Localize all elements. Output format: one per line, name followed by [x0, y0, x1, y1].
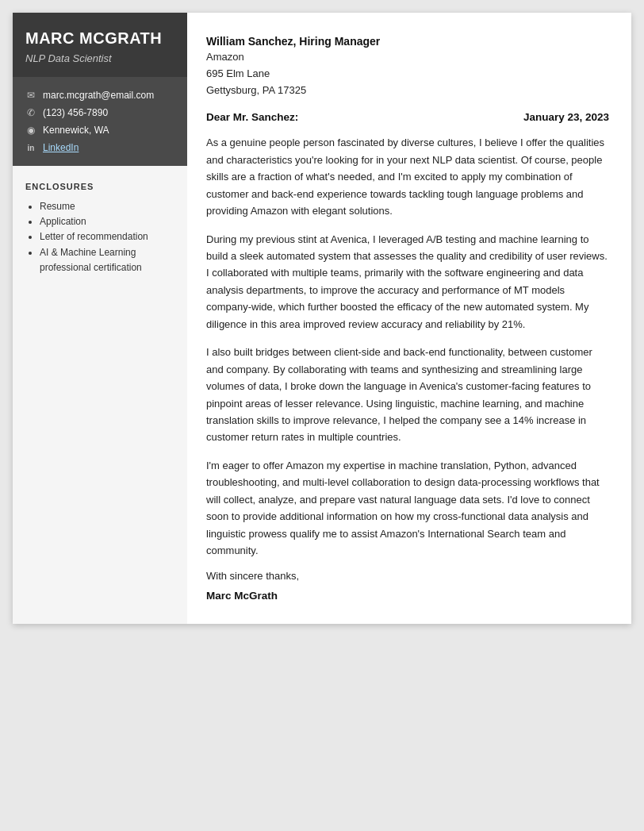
contact-email: ✉ marc.mcgrath@email.com	[25, 90, 174, 101]
candidate-title: NLP Data Scientist	[25, 52, 174, 64]
enclosure-item: AI & Machine Learning professional certi…	[40, 245, 174, 275]
sidebar-header: MARC MCGRATH NLP Data Scientist	[13, 13, 187, 77]
contact-linkedin: in LinkedIn	[25, 142, 174, 153]
recipient-company: Amazon	[206, 49, 609, 66]
linkedin-link[interactable]: LinkedIn	[43, 142, 79, 153]
location-icon: ◉	[25, 125, 36, 136]
body-paragraphs: As a genuine people person fascinated by…	[206, 134, 609, 559]
body-paragraph-4: I'm eager to offer Amazon my expertise i…	[206, 457, 609, 560]
enclosures-section: ENCLOSURES ResumeApplicationLetter of re…	[13, 166, 187, 624]
recipient-address2: Gettysburg, PA 17325	[206, 83, 609, 99]
enclosure-item: Letter of recommendation	[40, 229, 174, 244]
body-paragraph-1: As a genuine people person fascinated by…	[206, 134, 609, 219]
date-salutation-row: Dear Mr. Sanchez: January 23, 2023	[206, 111, 609, 123]
recipient-name: William Sanchez, Hiring Manager	[206, 35, 609, 48]
linkedin-icon: in	[25, 142, 36, 153]
closing: With sincere thanks,	[206, 570, 609, 582]
salutation: Dear Mr. Sanchez:	[206, 111, 298, 123]
recipient-block: William Sanchez, Hiring Manager Amazon 6…	[206, 35, 609, 98]
enclosures-title: ENCLOSURES	[25, 182, 174, 191]
email-icon: ✉	[25, 90, 36, 101]
contact-phone: ✆ (123) 456-7890	[25, 107, 174, 118]
main-content: William Sanchez, Hiring Manager Amazon 6…	[187, 13, 631, 624]
letter-date: January 23, 2023	[523, 111, 609, 123]
candidate-name: MARC MCGRATH	[25, 29, 174, 48]
location-text: Kennewick, WA	[43, 125, 109, 136]
cover-letter-page: MARC MCGRATH NLP Data Scientist ✉ marc.m…	[13, 13, 631, 624]
recipient-address1: 695 Elm Lane	[206, 66, 609, 83]
email-text: marc.mcgrath@email.com	[43, 90, 154, 101]
signature: Marc McGrath	[206, 590, 609, 602]
phone-text: (123) 456-7890	[43, 107, 108, 118]
enclosures-list: ResumeApplicationLetter of recommendatio…	[25, 199, 174, 275]
contact-section: ✉ marc.mcgrath@email.com ✆ (123) 456-789…	[13, 77, 187, 166]
enclosure-item: Resume	[40, 199, 174, 214]
phone-icon: ✆	[25, 107, 36, 118]
sidebar: MARC MCGRATH NLP Data Scientist ✉ marc.m…	[13, 13, 187, 624]
body-paragraph-3: I also built bridges between client-side…	[206, 344, 609, 446]
contact-location: ◉ Kennewick, WA	[25, 125, 174, 136]
enclosure-item: Application	[40, 214, 174, 229]
body-paragraph-2: During my previous stint at Avenica, I l…	[206, 231, 609, 333]
